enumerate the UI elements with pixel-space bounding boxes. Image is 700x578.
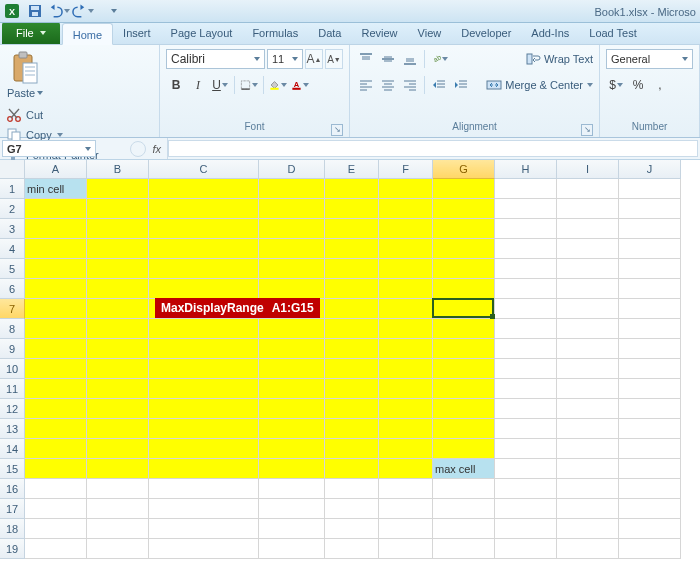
cell[interactable] [379,299,433,319]
column-header[interactable]: E [325,160,379,179]
tab-view[interactable]: View [408,22,452,44]
cell[interactable] [495,359,557,379]
cell[interactable] [379,499,433,519]
row-header[interactable]: 17 [0,499,25,519]
cell[interactable] [379,419,433,439]
undo-button[interactable] [48,1,70,21]
cell[interactable] [619,519,681,539]
cell[interactable] [495,219,557,239]
cell[interactable] [25,539,87,559]
cell[interactable] [433,239,495,259]
cell[interactable] [87,539,149,559]
column-headers[interactable]: ABCDEFGHIJ [25,160,681,179]
cell[interactable] [325,379,379,399]
valign-top-button[interactable] [356,49,376,69]
worksheet-grid[interactable]: ABCDEFGHIJ 12345678910111213141516171819… [0,160,700,578]
cell[interactable] [619,179,681,199]
row-header[interactable]: 4 [0,239,25,259]
cell[interactable] [433,199,495,219]
column-header[interactable]: D [259,160,325,179]
column-header[interactable]: B [87,160,149,179]
cell[interactable] [25,259,87,279]
tab-insert[interactable]: Insert [113,22,161,44]
cell[interactable] [619,539,681,559]
cell[interactable] [259,179,325,199]
cell[interactable] [495,239,557,259]
cell[interactable] [379,239,433,259]
cell[interactable] [495,179,557,199]
cell[interactable] [619,379,681,399]
cell[interactable] [149,199,259,219]
cell[interactable] [87,399,149,419]
formula-input[interactable] [168,140,698,157]
cell[interactable] [379,319,433,339]
cell[interactable] [557,259,619,279]
cell[interactable] [149,279,259,299]
row-header[interactable]: 15 [0,459,25,479]
redo-button[interactable] [72,1,94,21]
tab-load-test[interactable]: Load Test [579,22,647,44]
cell[interactable] [495,419,557,439]
cell[interactable] [325,319,379,339]
cell[interactable] [87,359,149,379]
cell[interactable] [557,359,619,379]
cell[interactable] [25,319,87,339]
cell[interactable] [557,179,619,199]
cell[interactable] [557,499,619,519]
cell[interactable] [87,219,149,239]
row-header[interactable]: 10 [0,359,25,379]
align-center-button[interactable] [378,75,398,95]
cell[interactable] [495,319,557,339]
cell[interactable] [379,359,433,379]
cell[interactable] [433,279,495,299]
cell[interactable] [433,399,495,419]
cell[interactable] [619,199,681,219]
row-header[interactable]: 11 [0,379,25,399]
cell[interactable] [557,279,619,299]
cell[interactable] [619,359,681,379]
cell[interactable] [619,439,681,459]
cell[interactable] [619,459,681,479]
cell[interactable] [325,299,379,319]
cell[interactable] [25,459,87,479]
cell[interactable] [25,339,87,359]
cell[interactable] [87,479,149,499]
cell[interactable] [87,279,149,299]
cell[interactable] [87,179,149,199]
cells-area[interactable]: min cellmax cell [25,179,681,559]
cell[interactable] [259,459,325,479]
cell[interactable] [259,439,325,459]
comma-button[interactable]: , [650,75,670,95]
row-header[interactable]: 9 [0,339,25,359]
cell[interactable] [325,359,379,379]
increase-indent-button[interactable] [451,75,471,95]
cell[interactable]: max cell [433,459,495,479]
tab-review[interactable]: Review [351,22,407,44]
cell[interactable] [25,359,87,379]
italic-button[interactable]: I [188,75,208,95]
cell[interactable] [149,419,259,439]
cell[interactable] [87,319,149,339]
cell[interactable] [87,439,149,459]
fill-color-button[interactable] [268,75,288,95]
percent-button[interactable]: % [628,75,648,95]
valign-middle-button[interactable] [378,49,398,69]
cut-button[interactable]: Cut [6,106,153,124]
cell[interactable] [557,399,619,419]
cell[interactable] [495,499,557,519]
cell[interactable] [149,539,259,559]
cell[interactable] [325,539,379,559]
cell[interactable] [259,379,325,399]
cell[interactable] [433,299,495,319]
paste-button[interactable]: Paste [6,48,44,100]
cell[interactable] [25,199,87,219]
cell[interactable] [87,499,149,519]
cell[interactable] [433,379,495,399]
tab-home[interactable]: Home [62,23,113,45]
column-header[interactable]: H [495,160,557,179]
cell[interactable] [325,219,379,239]
grow-font-button[interactable]: A▲ [305,49,323,69]
tab-data[interactable]: Data [308,22,351,44]
column-header[interactable]: J [619,160,681,179]
row-headers[interactable]: 12345678910111213141516171819 [0,179,25,559]
